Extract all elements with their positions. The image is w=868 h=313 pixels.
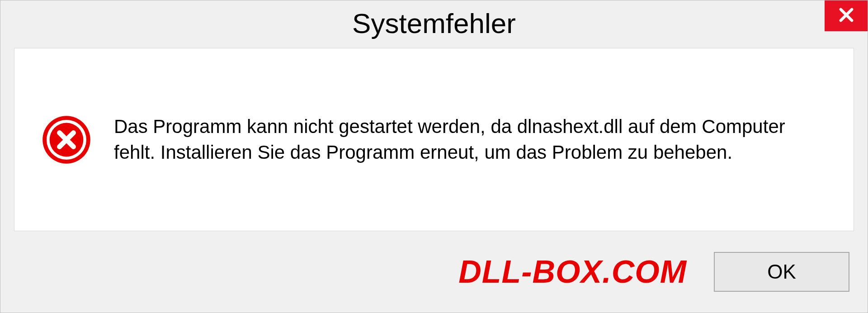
ok-button[interactable]: OK xyxy=(714,252,849,292)
error-dialog: Systemfehler Das Programm kann nicht ges… xyxy=(0,0,868,313)
dialog-footer: DLL-BOX.COM OK xyxy=(0,245,868,313)
close-icon xyxy=(837,5,856,26)
close-button[interactable] xyxy=(825,0,868,31)
error-icon xyxy=(42,115,91,165)
dialog-title: Systemfehler xyxy=(352,7,516,39)
error-message: Das Programm kann nicht gestartet werden… xyxy=(114,114,826,165)
titlebar: Systemfehler xyxy=(0,0,868,48)
content-area: Das Programm kann nicht gestartet werden… xyxy=(14,48,854,231)
watermark-text: DLL-BOX.COM xyxy=(458,254,687,290)
